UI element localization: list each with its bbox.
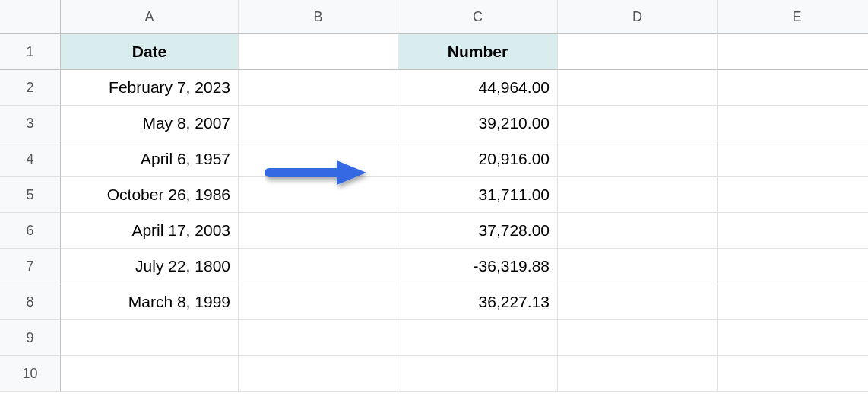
cell-C8[interactable]: 36,227.13 — [398, 284, 558, 320]
cell-E7[interactable] — [718, 249, 868, 284]
column-header-E[interactable]: E — [718, 0, 868, 34]
cell-C3[interactable]: 39,210.00 — [398, 106, 558, 141]
cell-A4[interactable]: April 6, 1957 — [61, 141, 239, 177]
row-header-2[interactable]: 2 — [0, 70, 61, 106]
cell-D6[interactable] — [558, 213, 718, 249]
cell-C1[interactable]: Number — [398, 34, 558, 70]
cell-D5[interactable] — [558, 177, 718, 213]
cell-C6[interactable]: 37,728.00 — [398, 213, 558, 249]
row-header-5[interactable]: 5 — [0, 177, 61, 213]
row-header-4[interactable]: 4 — [0, 141, 61, 177]
row-header-7[interactable]: 7 — [0, 249, 61, 284]
cell-D9[interactable] — [558, 320, 718, 356]
cell-B7[interactable] — [239, 249, 398, 284]
cell-C7[interactable]: -36,319.88 — [398, 249, 558, 284]
cell-E2[interactable] — [718, 70, 868, 106]
cell-E9[interactable] — [718, 320, 868, 356]
cell-E4[interactable] — [718, 141, 868, 177]
cell-B10[interactable] — [239, 356, 398, 392]
cell-D8[interactable] — [558, 284, 718, 320]
row-header-6[interactable]: 6 — [0, 213, 61, 249]
cell-B4[interactable] — [239, 141, 398, 177]
row-header-1[interactable]: 1 — [0, 34, 61, 70]
cell-C2[interactable]: 44,964.00 — [398, 70, 558, 106]
cell-E10[interactable] — [718, 356, 868, 392]
cell-D7[interactable] — [558, 249, 718, 284]
cell-C5[interactable]: 31,711.00 — [398, 177, 558, 213]
cell-B5[interactable] — [239, 177, 398, 213]
cell-E6[interactable] — [718, 213, 868, 249]
cell-C9[interactable] — [398, 320, 558, 356]
cell-A6[interactable]: April 17, 2003 — [61, 213, 239, 249]
cell-B6[interactable] — [239, 213, 398, 249]
row-header-9[interactable]: 9 — [0, 320, 61, 356]
cell-A10[interactable] — [61, 356, 239, 392]
cell-E8[interactable] — [718, 284, 868, 320]
cell-D4[interactable] — [558, 141, 718, 177]
cell-C10[interactable] — [398, 356, 558, 392]
column-header-A[interactable]: A — [61, 0, 239, 34]
cell-D3[interactable] — [558, 106, 718, 141]
cell-B1[interactable] — [239, 34, 398, 70]
cell-B8[interactable] — [239, 284, 398, 320]
row-header-3[interactable]: 3 — [0, 106, 61, 141]
row-header-8[interactable]: 8 — [0, 284, 61, 320]
cell-D10[interactable] — [558, 356, 718, 392]
cell-A2[interactable]: February 7, 2023 — [61, 70, 239, 106]
cell-B3[interactable] — [239, 106, 398, 141]
cell-B2[interactable] — [239, 70, 398, 106]
cell-D2[interactable] — [558, 70, 718, 106]
cell-E1[interactable] — [718, 34, 868, 70]
cell-E5[interactable] — [718, 177, 868, 213]
cell-A8[interactable]: March 8, 1999 — [61, 284, 239, 320]
column-header-B[interactable]: B — [239, 0, 398, 34]
cell-D1[interactable] — [558, 34, 718, 70]
cell-B9[interactable] — [239, 320, 398, 356]
cell-A3[interactable]: May 8, 2007 — [61, 106, 239, 141]
column-header-C[interactable]: C — [398, 0, 558, 34]
cell-C4[interactable]: 20,916.00 — [398, 141, 558, 177]
select-all-corner[interactable] — [0, 0, 61, 34]
cell-A1[interactable]: Date — [61, 34, 239, 70]
cell-E3[interactable] — [718, 106, 868, 141]
row-header-10[interactable]: 10 — [0, 356, 61, 392]
cell-A7[interactable]: July 22, 1800 — [61, 249, 239, 284]
cell-A9[interactable] — [61, 320, 239, 356]
column-header-D[interactable]: D — [558, 0, 718, 34]
cell-A5[interactable]: October 26, 1986 — [61, 177, 239, 213]
